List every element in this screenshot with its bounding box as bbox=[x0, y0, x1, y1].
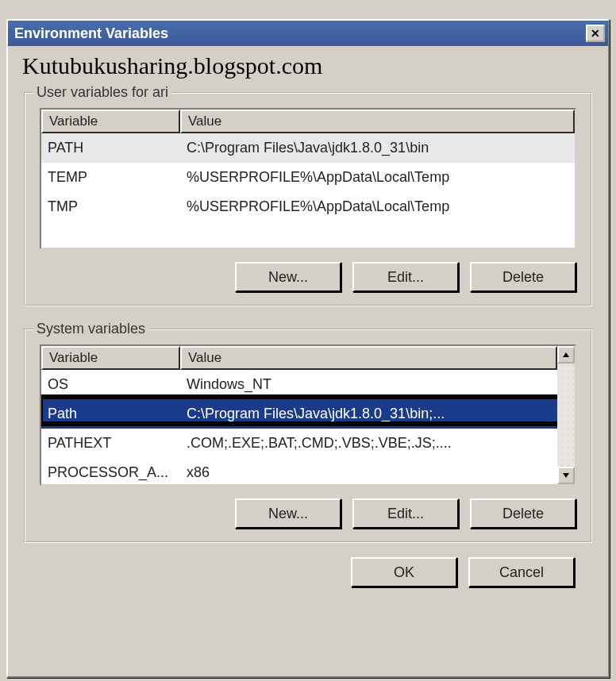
system-list-header: Variable Value bbox=[41, 346, 575, 370]
chevron-up-icon bbox=[563, 352, 569, 357]
cell-variable: PATHEXT bbox=[41, 429, 180, 458]
close-button[interactable]: ✕ bbox=[586, 25, 605, 42]
system-new-button[interactable]: New... bbox=[235, 498, 341, 529]
system-col-value[interactable]: Value bbox=[180, 346, 557, 370]
cell-variable: PATH bbox=[41, 133, 180, 163]
svg-marker-0 bbox=[563, 352, 569, 357]
dialog-content: User variables for ari Variable Value PA… bbox=[8, 92, 608, 595]
watermark-text: Kutubukusharing.blogspot.com bbox=[8, 46, 608, 84]
table-row[interactable]: PATHEXT .COM;.EXE;.BAT;.CMD;.VBS;.VBE;.J… bbox=[41, 429, 557, 458]
user-edit-button[interactable]: Edit... bbox=[352, 262, 459, 292]
env-vars-dialog: Environment Variables ✕ Kutubukusharing.… bbox=[6, 19, 610, 678]
table-row[interactable]: OS Windows_NT bbox=[41, 370, 557, 399]
cell-value: %USERPROFILE%\AppData\Local\Temp bbox=[180, 163, 575, 192]
title-bar[interactable]: Environment Variables ✕ bbox=[8, 21, 608, 46]
system-variables-group: System variables Variable Value OS Windo… bbox=[24, 329, 592, 543]
table-row[interactable]: Path C:\Program Files\Java\jdk1.8.0_31\b… bbox=[41, 399, 557, 429]
cell-variable: PROCESSOR_A... bbox=[41, 458, 180, 486]
close-icon: ✕ bbox=[591, 27, 600, 40]
system-button-row: New... Edit... Delete bbox=[40, 498, 576, 529]
svg-marker-1 bbox=[563, 473, 569, 478]
window-title: Environment Variables bbox=[14, 25, 168, 42]
cell-variable: TEMP bbox=[41, 163, 180, 192]
cell-variable: TMP bbox=[41, 192, 180, 221]
scroll-down-button[interactable] bbox=[557, 467, 575, 484]
cell-value: .COM;.EXE;.BAT;.CMD;.VBS;.VBE;.JS;.... bbox=[180, 429, 557, 458]
user-variables-group: User variables for ari Variable Value PA… bbox=[24, 92, 592, 306]
system-delete-button[interactable]: Delete bbox=[470, 498, 576, 529]
system-edit-button[interactable]: Edit... bbox=[352, 498, 459, 529]
table-row[interactable]: PROCESSOR_A... x86 bbox=[41, 458, 557, 486]
user-variables-list[interactable]: Variable Value PATH C:\Program Files\Jav… bbox=[40, 108, 576, 249]
table-row[interactable]: TMP %USERPROFILE%\AppData\Local\Temp bbox=[41, 192, 575, 221]
ok-button[interactable]: OK bbox=[351, 557, 457, 587]
cancel-button[interactable]: Cancel bbox=[468, 557, 575, 587]
scroll-track[interactable] bbox=[557, 364, 575, 467]
user-button-row: New... Edit... Delete bbox=[40, 262, 576, 292]
cell-variable: OS bbox=[41, 370, 180, 399]
cell-value: Windows_NT bbox=[180, 370, 557, 399]
system-group-label: System variables bbox=[33, 321, 148, 337]
cell-value: C:\Program Files\Java\jdk1.8.0_31\bin bbox=[180, 133, 575, 163]
cell-value: C:\Program Files\Java\jdk1.8.0_31\bin;..… bbox=[180, 399, 557, 429]
cell-variable: Path bbox=[41, 399, 180, 429]
system-variables-list[interactable]: Variable Value OS Windows_NT Path C:\Pro… bbox=[40, 344, 576, 486]
scrollbar[interactable] bbox=[557, 346, 575, 484]
system-col-variable[interactable]: Variable bbox=[41, 346, 180, 370]
user-new-button[interactable]: New... bbox=[235, 262, 341, 292]
scroll-up-button[interactable] bbox=[557, 346, 575, 364]
user-group-label: User variables for ari bbox=[33, 84, 171, 101]
user-col-value[interactable]: Value bbox=[180, 110, 575, 133]
dialog-button-row: OK Cancel bbox=[24, 543, 592, 587]
table-row[interactable]: PATH C:\Program Files\Java\jdk1.8.0_31\b… bbox=[41, 133, 575, 163]
user-col-variable[interactable]: Variable bbox=[41, 110, 180, 133]
user-list-header: Variable Value bbox=[41, 110, 575, 133]
chevron-down-icon bbox=[563, 473, 569, 478]
table-row[interactable]: TEMP %USERPROFILE%\AppData\Local\Temp bbox=[41, 163, 575, 192]
cell-value: x86 bbox=[180, 458, 557, 486]
user-delete-button[interactable]: Delete bbox=[470, 262, 576, 292]
cell-value: %USERPROFILE%\AppData\Local\Temp bbox=[180, 192, 575, 221]
